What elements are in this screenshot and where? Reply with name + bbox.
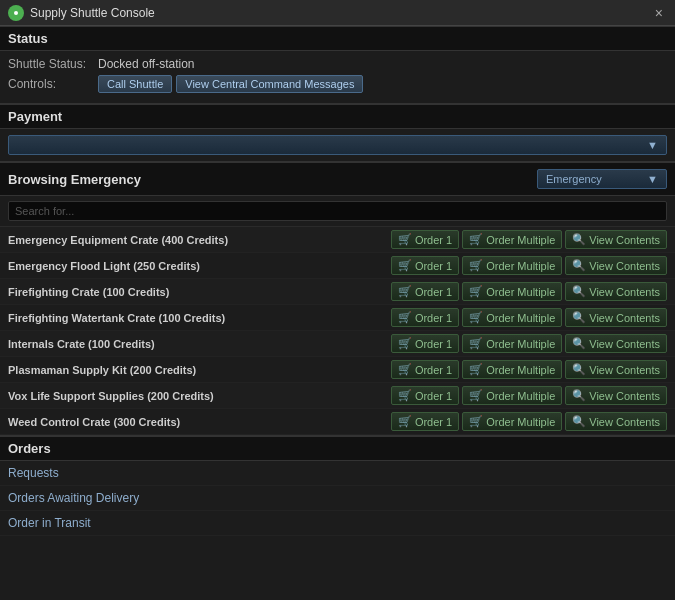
order1-button[interactable]: 🛒 Order 1	[391, 412, 459, 431]
view-messages-button[interactable]: View Central Command Messages	[176, 75, 363, 93]
table-row: Internals Crate (100 Credits) 🛒 Order 1 …	[0, 331, 675, 357]
category-chevron: ▼	[647, 173, 658, 185]
order-multiple-button[interactable]: 🛒 Order Multiple	[462, 334, 562, 353]
search-icon: 🔍	[572, 311, 586, 324]
order-multiple-label: Order Multiple	[486, 364, 555, 376]
requests-link[interactable]: Requests	[0, 461, 675, 486]
order1-button[interactable]: 🛒 Order 1	[391, 230, 459, 249]
view-contents-button[interactable]: 🔍 View Contents	[565, 334, 667, 353]
item-actions: 🛒 Order 1 🛒 Order Multiple 🔍 View Conten…	[391, 282, 667, 301]
order-multiple-button[interactable]: 🛒 Order Multiple	[462, 360, 562, 379]
order1-button[interactable]: 🛒 Order 1	[391, 282, 459, 301]
order-multiple-button[interactable]: 🛒 Order Multiple	[462, 412, 562, 431]
cart-icon-multi: 🛒	[469, 233, 483, 246]
payment-section-header: Payment	[0, 104, 675, 129]
shuttle-status-value: Docked off-station	[98, 57, 195, 71]
order-in-transit-link[interactable]: Order in Transit	[0, 511, 675, 536]
cart-icon: 🛒	[398, 363, 412, 376]
view-contents-button[interactable]: 🔍 View Contents	[565, 386, 667, 405]
search-input[interactable]	[8, 201, 667, 221]
order-multiple-label: Order Multiple	[486, 416, 555, 428]
orders-section-header: Orders	[0, 436, 675, 461]
window-title: Supply Shuttle Console	[30, 6, 651, 20]
order-multiple-label: Order Multiple	[486, 390, 555, 402]
order-multiple-button[interactable]: 🛒 Order Multiple	[462, 386, 562, 405]
cart-icon-multi: 🛒	[469, 311, 483, 324]
cart-icon: 🛒	[398, 311, 412, 324]
search-icon: 🔍	[572, 363, 586, 376]
view-contents-button[interactable]: 🔍 View Contents	[565, 256, 667, 275]
close-button[interactable]: ×	[651, 6, 667, 20]
cart-icon-multi: 🛒	[469, 337, 483, 350]
view-contents-button[interactable]: 🔍 View Contents	[565, 282, 667, 301]
view-contents-label: View Contents	[589, 260, 660, 272]
order1-button[interactable]: 🛒 Order 1	[391, 308, 459, 327]
order1-label: Order 1	[415, 416, 452, 428]
order-multiple-button[interactable]: 🛒 Order Multiple	[462, 282, 562, 301]
table-row: Firefighting Crate (100 Credits) 🛒 Order…	[0, 279, 675, 305]
view-contents-label: View Contents	[589, 390, 660, 402]
order1-button[interactable]: 🛒 Order 1	[391, 360, 459, 379]
item-name: Weed Control Crate (300 Credits)	[8, 416, 391, 428]
category-dropdown[interactable]: Emergency ▼	[537, 169, 667, 189]
item-name: Internals Crate (100 Credits)	[8, 338, 391, 350]
cart-icon: 🛒	[398, 337, 412, 350]
order1-button[interactable]: 🛒 Order 1	[391, 256, 459, 275]
order-multiple-label: Order Multiple	[486, 234, 555, 246]
item-name: Emergency Flood Light (250 Credits)	[8, 260, 391, 272]
item-actions: 🛒 Order 1 🛒 Order Multiple 🔍 View Conten…	[391, 386, 667, 405]
view-contents-label: View Contents	[589, 364, 660, 376]
svg-point-1	[14, 11, 18, 15]
status-section: Shuttle Status: Docked off-station Contr…	[0, 51, 675, 103]
cart-icon-multi: 🛒	[469, 259, 483, 272]
view-contents-button[interactable]: 🔍 View Contents	[565, 360, 667, 379]
view-contents-label: View Contents	[589, 286, 660, 298]
cart-icon-multi: 🛒	[469, 389, 483, 402]
view-contents-button[interactable]: 🔍 View Contents	[565, 308, 667, 327]
order1-label: Order 1	[415, 390, 452, 402]
payment-dropdown[interactable]: ▼	[8, 135, 667, 155]
cart-icon: 🛒	[398, 233, 412, 246]
search-icon: 🔍	[572, 389, 586, 402]
view-contents-button[interactable]: 🔍 View Contents	[565, 230, 667, 249]
view-contents-label: View Contents	[589, 234, 660, 246]
view-contents-label: View Contents	[589, 312, 660, 324]
table-row: Firefighting Watertank Crate (100 Credit…	[0, 305, 675, 331]
browse-section-header: Browsing Emergency Emergency ▼	[0, 162, 675, 196]
order1-label: Order 1	[415, 338, 452, 350]
order-multiple-button[interactable]: 🛒 Order Multiple	[462, 308, 562, 327]
awaiting-delivery-link[interactable]: Orders Awaiting Delivery	[0, 486, 675, 511]
cart-icon-multi: 🛒	[469, 363, 483, 376]
item-name: Emergency Equipment Crate (400 Credits)	[8, 234, 391, 246]
payment-dropdown-chevron: ▼	[647, 139, 658, 151]
item-actions: 🛒 Order 1 🛒 Order Multiple 🔍 View Conten…	[391, 412, 667, 431]
title-bar: Supply Shuttle Console ×	[0, 0, 675, 26]
search-icon: 🔍	[572, 285, 586, 298]
shuttle-status-label: Shuttle Status:	[8, 57, 98, 71]
table-row: Weed Control Crate (300 Credits) 🛒 Order…	[0, 409, 675, 435]
order-multiple-button[interactable]: 🛒 Order Multiple	[462, 230, 562, 249]
item-actions: 🛒 Order 1 🛒 Order Multiple 🔍 View Conten…	[391, 360, 667, 379]
item-name: Firefighting Crate (100 Credits)	[8, 286, 391, 298]
table-row: Vox Life Support Supplies (200 Credits) …	[0, 383, 675, 409]
controls-row: Controls: Call Shuttle View Central Comm…	[8, 75, 667, 93]
order1-button[interactable]: 🛒 Order 1	[391, 334, 459, 353]
cart-icon: 🛒	[398, 415, 412, 428]
order-multiple-button[interactable]: 🛒 Order Multiple	[462, 256, 562, 275]
order-multiple-label: Order Multiple	[486, 286, 555, 298]
cart-icon: 🛒	[398, 285, 412, 298]
item-name: Firefighting Watertank Crate (100 Credit…	[8, 312, 391, 324]
order-multiple-label: Order Multiple	[486, 260, 555, 272]
order1-label: Order 1	[415, 364, 452, 376]
payment-section: ▼	[0, 129, 675, 161]
order1-button[interactable]: 🛒 Order 1	[391, 386, 459, 405]
search-icon: 🔍	[572, 337, 586, 350]
payment-dropdown-value	[17, 139, 20, 151]
search-icon: 🔍	[572, 259, 586, 272]
table-row: Emergency Equipment Crate (400 Credits) …	[0, 227, 675, 253]
call-shuttle-button[interactable]: Call Shuttle	[98, 75, 172, 93]
view-contents-label: View Contents	[589, 338, 660, 350]
view-contents-button[interactable]: 🔍 View Contents	[565, 412, 667, 431]
items-list: Emergency Equipment Crate (400 Credits) …	[0, 227, 675, 435]
order-multiple-label: Order Multiple	[486, 338, 555, 350]
